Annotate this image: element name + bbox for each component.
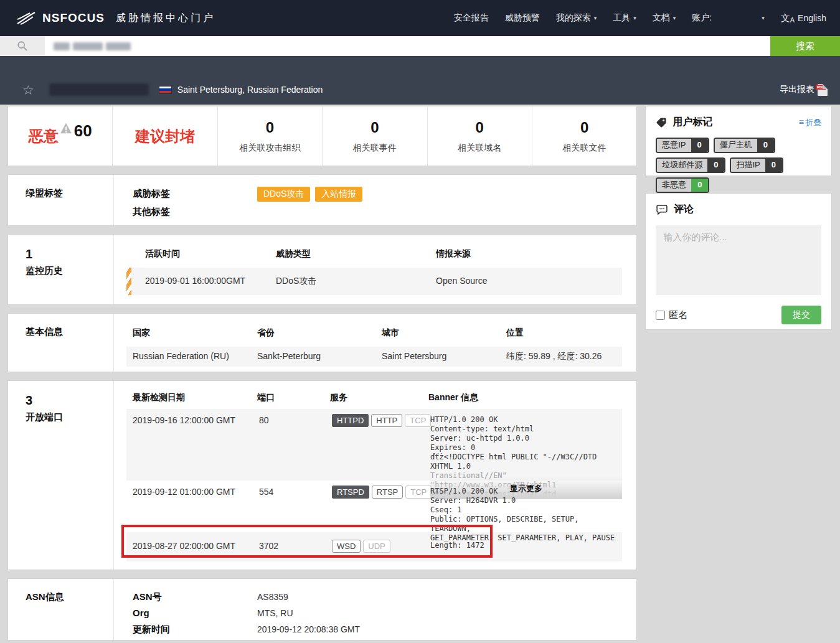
nav-tools[interactable]: 工具▾ [613, 12, 636, 24]
language-switcher[interactable]: 文A English [781, 12, 826, 24]
lat-lng: 纬度: 59.89 , 经度: 30.26 [506, 351, 622, 362]
basic-info-row: Russian Federation (RU) Sankt-Peterburg … [126, 347, 622, 367]
section-title: ASN信息 [26, 591, 113, 603]
service-tag: HTTP [371, 414, 402, 427]
asn-number: AS8359 [257, 589, 636, 605]
pdf-file-icon: PDF [818, 84, 828, 96]
detect-date: 2019-08-27 02:00:00 GMT [133, 541, 259, 561]
anonymous-checkbox[interactable] [656, 311, 665, 320]
section-title: 绿盟标签 [26, 187, 113, 199]
export-report-button[interactable]: 导出报表 PDF [780, 84, 828, 96]
collapse-button[interactable]: ≡折叠 [799, 117, 821, 128]
asn-org-row: Org MTS, RU [133, 605, 636, 621]
user-tag-scanner-ip[interactable]: 扫描IP0 [730, 157, 783, 173]
verdict-cell: 恶意 60 [8, 106, 113, 166]
user-tags-title: 用户标记 [672, 116, 712, 129]
service-tags: WSDUDP [332, 541, 430, 561]
comment-input[interactable] [656, 225, 821, 295]
chevron-down-icon: ▾ [673, 15, 676, 21]
service-tag: HTTPD [332, 414, 369, 427]
province: Sankt-Peterburg [257, 351, 382, 362]
main-column: 恶意 60 建议封堵 0 相关联攻击组织 [7, 106, 637, 641]
user-tag-spam-source[interactable]: 垃圾邮件源0 [656, 157, 725, 173]
content-area: 恶意 60 建议封堵 0 相关联攻击组织 [0, 105, 840, 641]
port-row-80: 2019-09-16 12:00:00 GMT 80 HTTPDHTTPTCP … [126, 409, 622, 481]
redacted-ip-address [49, 83, 149, 96]
section-label: 3 开放端口 [8, 381, 114, 570]
active-time: 2019-09-01 16:00:00GMT [145, 276, 276, 287]
counter-attack-groups: 0 相关联攻击组织 [218, 106, 323, 166]
nsfocus-logo-icon [16, 11, 37, 25]
anonymous-option[interactable]: 匿名 [656, 309, 687, 321]
sidebar: 用户标记 ≡折叠 恶意IP0 僵尸主机0 垃圾邮件源0 扫描IP0 非恶意0 [645, 106, 832, 641]
asn-updated: 2019-09-12 20:08:38 GMT [257, 621, 636, 637]
service-tag: UDP [363, 540, 390, 553]
recommendation-cell: 建议封堵 [113, 106, 217, 166]
chevron-down-icon: ▾ [633, 15, 636, 21]
collapse-icon: ≡ [799, 117, 804, 127]
search-bar: 搜索 [0, 36, 840, 56]
search-icon [17, 40, 28, 52]
risk-score: 60 [74, 123, 92, 139]
threat-type: DDoS攻击 [276, 276, 436, 287]
basic-info-card: 基本信息 国家 省份 城市 位置 Russian Federation (RU)… [7, 313, 637, 372]
brand[interactable]: NSFOCUS 威胁情报中心门户 [16, 11, 215, 25]
user-tag-malicious-ip[interactable]: 恶意IP0 [656, 138, 709, 153]
threat-tags-label: 威胁标签 [133, 188, 257, 200]
comment-bubble-icon [656, 204, 668, 216]
chevron-down-icon: ▾ [594, 15, 597, 21]
service-tags: RTSPDRTSPTCP [332, 487, 430, 543]
nav-security-reports[interactable]: 安全报告 [454, 12, 489, 24]
redacted-ip-fragment [106, 42, 131, 50]
user-tag-benign[interactable]: 非恶意0 [656, 177, 709, 193]
nsfocus-tags-card: 绿盟标签 威胁标签 DDoS攻击 入站情报 其他标签 [7, 174, 637, 226]
comments-title: 评论 [674, 203, 694, 216]
section-title: 监控历史 [26, 265, 113, 277]
language-icon: 文A [781, 12, 795, 24]
banner-info: RTSP/1.0 200 OK Server: H264DVR 1.0 Cseq… [430, 487, 622, 543]
redacted-ip-fragment [73, 42, 103, 50]
city: Saint Petersburg [382, 351, 506, 362]
monitor-count: 1 [26, 247, 113, 261]
other-tags-label: 其他标签 [133, 206, 257, 218]
nav-docs[interactable]: 文档▾ [653, 12, 676, 24]
redacted-ip-fragment [54, 42, 70, 50]
nav-my-explore[interactable]: 我的探索▾ [556, 12, 597, 24]
stats-card: 恶意 60 建议封堵 0 相关联攻击组织 [7, 106, 637, 166]
section-title: 基本信息 [26, 326, 113, 338]
service-tag: RTSPD [332, 486, 369, 499]
recommendation-label: 建议封堵 [135, 126, 195, 146]
portal-title: 威胁情报中心门户 [116, 12, 215, 25]
asn-number-row: ASN号 AS8359 [133, 589, 636, 605]
section-label: 基本信息 [8, 314, 114, 372]
monitor-table-headers: 活跃时间 威胁类型 情报来源 [114, 235, 636, 268]
monitor-table-row: 2019-09-01 16:00:00GMT DDoS攻击 Open Sourc… [126, 268, 622, 295]
chevron-down-icon: ▾ [762, 15, 765, 21]
nav-account-dropdown[interactable]: 账户:▾ [692, 12, 764, 24]
search-button[interactable]: 搜索 [770, 36, 840, 56]
section-label: 绿盟标签 [8, 175, 114, 225]
user-tag-botnet-host[interactable]: 僵尸主机0 [714, 138, 775, 153]
brand-name: NSFOCUS [42, 11, 105, 25]
submit-comment-button[interactable]: 提交 [781, 306, 821, 324]
counter-events: 0 相关联事件 [323, 106, 427, 166]
ports-table-headers: 最新检测日期 端口 服务 Banner 信息 [114, 381, 636, 409]
intel-source: Open Source [436, 276, 622, 287]
user-tags-card: 用户标记 ≡折叠 恶意IP0 僵尸主机0 垃圾邮件源0 扫描IP0 非恶意0 [645, 106, 832, 176]
favorite-star-icon[interactable]: ☆ [22, 83, 34, 96]
service-tag: RTSP [372, 486, 403, 499]
port-number: 554 [259, 487, 332, 543]
service-tag: WSD [332, 540, 361, 553]
nav-threat-alerts[interactable]: 威胁预警 [505, 12, 540, 24]
banner-info: Length: 1472 [430, 541, 622, 561]
threat-tag-ddos[interactable]: DDoS攻击 [257, 187, 310, 202]
asn-org: MTS, RU [257, 605, 636, 621]
section-label: 1 监控历史 [8, 235, 114, 304]
port-row-554: 2019-09-12 01:00:00 GMT 554 RTSPDRTSPTCP… [126, 481, 622, 532]
verdict-label: 恶意 [29, 126, 59, 146]
search-input[interactable] [45, 36, 770, 56]
search-icon-box[interactable] [0, 36, 45, 56]
asn-updated-row: 更新时间 2019-09-12 20:08:38 GMT [133, 621, 636, 637]
service-tag: TCP [405, 414, 431, 427]
threat-tag-inbound[interactable]: 入站情报 [315, 187, 362, 202]
